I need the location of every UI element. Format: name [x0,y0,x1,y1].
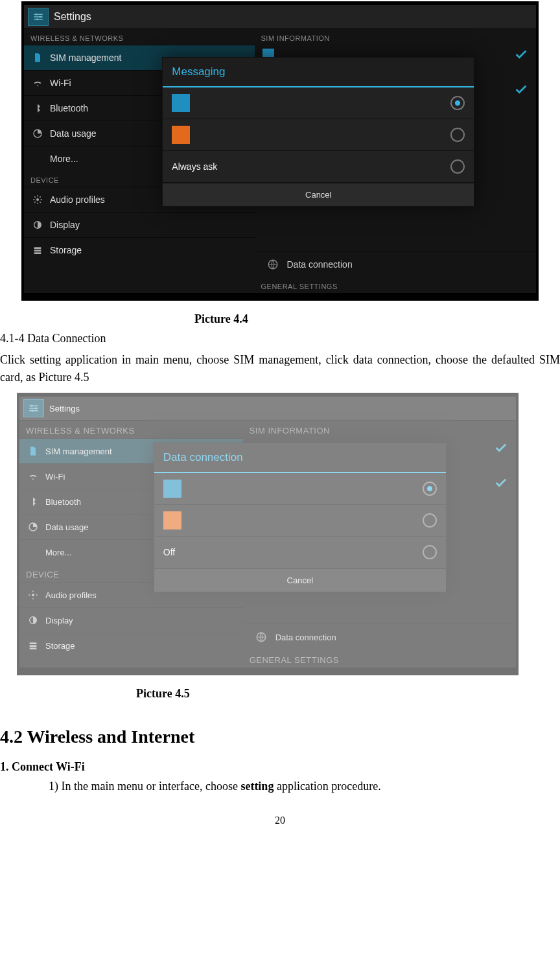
data-connection-row[interactable]: Data connection [255,251,537,277]
wifi-icon [27,471,39,482]
audio-icon [32,194,43,205]
dialog-option-off[interactable]: Off [154,537,446,568]
svg-point-5 [36,18,38,20]
dialog-option-sim2[interactable] [154,505,446,537]
sim1-color-icon [163,480,181,498]
wireless-networks-header: WIRELESS & NETWORKS [19,421,243,438]
sidebar-item-display[interactable]: Display [19,607,243,633]
svg-point-18 [32,410,34,412]
dialog-title: Data connection [154,443,446,473]
sidebar-item-label: Display [45,616,73,625]
svg-point-16 [31,405,33,407]
data-connection-label: Data connection [287,259,353,270]
step-1: 1) In the main menu or interface, choose… [0,778,560,795]
sidebar-item-label: Bluetooth [45,497,81,507]
data-connection-row[interactable]: Data connection [243,623,516,650]
sidebar-item-label: SIM management [45,447,112,456]
sim-icon [32,52,43,64]
bluetooth-icon [27,496,39,507]
sidebar-item-label: Audio profiles [50,194,105,205]
sidebar-item-label: Wi-Fi [45,472,65,482]
svg-rect-23 [30,645,37,647]
cancel-button[interactable]: Cancel [154,568,446,592]
sidebar-item-label: Audio profiles [45,590,97,600]
svg-rect-0 [34,14,43,16]
radio-selected-icon [450,96,465,110]
step-1-c: application procedure. [274,780,380,793]
svg-rect-24 [30,647,37,649]
svg-rect-14 [29,408,38,409]
settings-title: Settings [49,404,80,413]
screenshot-picture-4-4: Settings WIRELESS & NETWORKS SIM managem… [21,1,539,301]
cancel-button[interactable]: Cancel [163,183,474,206]
screenshot-picture-4-5: Settings WIRELESS & NETWORKS SIM managem… [17,393,519,675]
sim2-color-icon [172,126,190,144]
storage-icon [27,640,39,651]
sidebar-item-label: Data usage [50,128,97,139]
svg-point-17 [35,408,37,410]
data-connection-dialog: Data connection Off Cancel [154,443,447,592]
sidebar-item-label: More... [45,548,71,557]
sidebar-item-label: Wi-Fi [50,78,71,88]
sim2-color-icon [163,511,181,529]
sim-icon [27,445,39,457]
radio-unselected-icon [423,513,437,528]
settings-header: Settings [19,397,516,421]
radio-unselected-icon [450,159,465,174]
data-connection-label: Data connection [275,633,336,642]
globe-icon [255,631,268,644]
step-1-b: setting [240,780,274,793]
svg-rect-11 [34,252,41,254]
dialog-option-sim1[interactable] [154,473,446,505]
svg-rect-1 [34,16,43,17]
sidebar-item-label: More... [50,154,78,164]
display-icon [27,614,39,626]
radio-selected-icon [423,482,437,496]
check-icon [514,47,528,62]
sidebar-item-display[interactable]: Display [24,212,255,237]
page-number: 20 [0,815,560,826]
sidebar-item-label: Storage [45,641,75,651]
radio-unselected-icon [423,545,437,559]
caption-picture-4-5: Picture 4.5 [0,687,560,701]
svg-rect-10 [34,250,41,251]
sidebar-item-label: Display [50,220,80,230]
svg-rect-22 [30,642,37,644]
check-icon [494,441,508,455]
step-1-a: 1) In the main menu or interface, choose [49,780,240,793]
check-icon [494,476,508,490]
radio-unselected-icon [450,128,465,142]
svg-rect-13 [29,406,38,407]
dialog-option-always-ask[interactable]: Always ask [163,151,474,183]
settings-icon [23,399,44,417]
heading-connect-wifi: 1. Connect Wi-Fi [0,760,560,774]
section-4-1-4-title: 4.1-4 Data Connection [0,330,560,347]
general-settings-header: GENERAL SETTINGS [243,650,516,668]
sim-information-header: SIM INFORMATION [243,421,516,438]
storage-icon [32,244,43,256]
svg-point-4 [40,16,41,18]
settings-title: Settings [54,11,91,23]
heading-4-2: 4.2 Wireless and Internet [0,727,560,747]
wifi-icon [32,77,43,89]
data-usage-icon [27,521,39,533]
sim-information-header: SIM INFORMATION [255,29,537,45]
section-4-1-4-body: Click setting application in main menu, … [0,351,560,386]
sidebar-item-label: SIM management [50,52,122,63]
dialog-option-sim2[interactable] [163,119,474,151]
sidebar-item-label: Bluetooth [50,103,88,113]
data-usage-icon [32,128,43,139]
caption-picture-4-4: Picture 4.4 [0,312,560,326]
settings-header: Settings [24,5,536,29]
sidebar-item-storage[interactable]: Storage [19,633,243,658]
messaging-dialog: Messaging Always ask Cancel [162,57,474,207]
globe-icon [266,258,279,271]
display-icon [32,219,43,231]
dialog-option-sim1[interactable] [163,87,474,119]
audio-icon [27,589,39,601]
sidebar-item-storage[interactable]: Storage [24,237,255,262]
check-icon [514,82,528,97]
bluetooth-icon [32,102,43,114]
blank-icon [27,546,39,558]
general-settings-header: GENERAL SETTINGS [255,277,537,293]
